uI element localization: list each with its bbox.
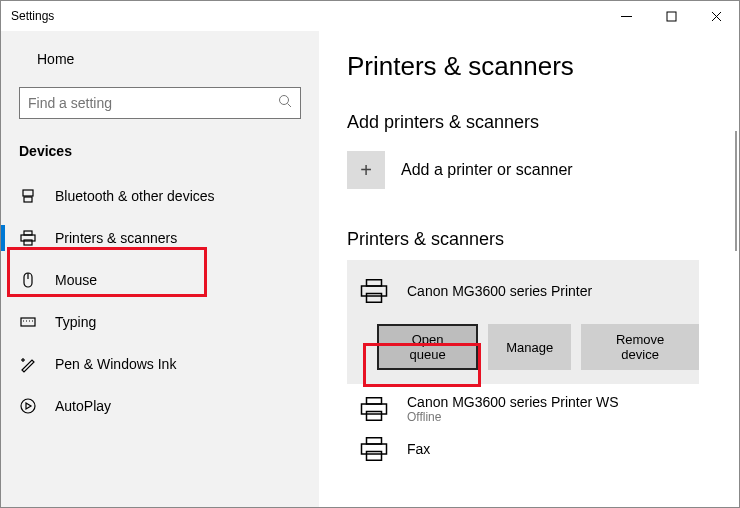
mouse-icon — [19, 271, 37, 289]
sidebar-item-typing[interactable]: Typing — [1, 301, 319, 343]
svg-rect-27 — [367, 438, 382, 444]
sidebar-item-label: Bluetooth & other devices — [55, 188, 215, 204]
svg-rect-13 — [21, 318, 35, 326]
device-row[interactable]: Fax — [347, 424, 739, 464]
home-nav[interactable]: Home — [1, 45, 319, 73]
svg-rect-28 — [362, 444, 387, 454]
add-section-title: Add printers & scanners — [347, 112, 739, 133]
printers-section-title: Printers & scanners — [347, 229, 739, 250]
svg-rect-24 — [367, 398, 382, 404]
bluetooth-icon — [19, 187, 37, 205]
svg-rect-7 — [24, 197, 32, 202]
svg-point-20 — [21, 399, 35, 413]
sidebar-item-label: AutoPlay — [55, 398, 111, 414]
home-label: Home — [37, 51, 74, 67]
printer-icon — [357, 394, 391, 424]
remove-device-button[interactable]: Remove device — [581, 324, 699, 370]
manage-button[interactable]: Manage — [488, 324, 571, 370]
svg-rect-8 — [24, 231, 32, 235]
svg-rect-25 — [362, 404, 387, 414]
page-title: Printers & scanners — [347, 51, 739, 82]
sidebar-section-header: Devices — [1, 143, 319, 175]
device-name: Canon MG3600 series Printer WS — [407, 394, 619, 410]
device-row[interactable]: Canon MG3600 series Printer WS Offline — [347, 384, 739, 424]
titlebar: Settings — [1, 1, 739, 31]
sidebar-item-bluetooth[interactable]: Bluetooth & other devices — [1, 175, 319, 217]
svg-rect-6 — [23, 190, 33, 196]
sidebar-item-label: Pen & Windows Ink — [55, 356, 176, 372]
sidebar-item-label: Printers & scanners — [55, 230, 177, 246]
svg-rect-1 — [667, 12, 676, 21]
svg-point-4 — [280, 96, 289, 105]
svg-rect-26 — [367, 412, 382, 421]
add-printer-label: Add a printer or scanner — [401, 161, 573, 179]
printer-icon — [19, 229, 37, 247]
close-button[interactable] — [694, 1, 739, 31]
keyboard-icon — [19, 313, 37, 331]
svg-rect-29 — [367, 452, 382, 461]
sidebar-item-label: Typing — [55, 314, 96, 330]
sidebar-item-printers[interactable]: Printers & scanners — [1, 217, 319, 259]
sidebar-item-mouse[interactable]: Mouse — [1, 259, 319, 301]
sidebar-item-pen[interactable]: Pen & Windows Ink — [1, 343, 319, 385]
search-input[interactable] — [28, 95, 278, 111]
printer-icon — [357, 434, 391, 464]
sidebar: Home Devices Bluetooth & other devices P… — [1, 31, 319, 507]
open-queue-button[interactable]: Open queue — [377, 324, 478, 370]
active-indicator — [1, 225, 5, 251]
svg-rect-21 — [367, 280, 382, 286]
search-input-wrap[interactable] — [19, 87, 301, 119]
minimize-button[interactable] — [604, 1, 649, 31]
pen-icon — [19, 355, 37, 373]
svg-rect-22 — [362, 286, 387, 296]
maximize-button[interactable] — [649, 1, 694, 31]
svg-line-5 — [288, 104, 292, 108]
scrollbar[interactable] — [735, 131, 737, 251]
device-name: Fax — [407, 441, 430, 457]
sidebar-item-label: Mouse — [55, 272, 97, 288]
sidebar-item-autoplay[interactable]: AutoPlay — [1, 385, 319, 427]
plus-icon: + — [347, 151, 385, 189]
printer-icon — [357, 276, 391, 306]
svg-rect-23 — [367, 294, 382, 303]
add-printer-button[interactable]: + Add a printer or scanner — [347, 151, 739, 189]
device-card-selected[interactable]: Canon MG3600 series Printer Open queue M… — [347, 260, 699, 384]
device-name: Canon MG3600 series Printer — [407, 283, 592, 299]
main-content: Printers & scanners Add printers & scann… — [319, 31, 739, 507]
window-title: Settings — [11, 9, 54, 23]
autoplay-icon — [19, 397, 37, 415]
device-status: Offline — [407, 410, 619, 424]
search-icon — [278, 94, 292, 112]
